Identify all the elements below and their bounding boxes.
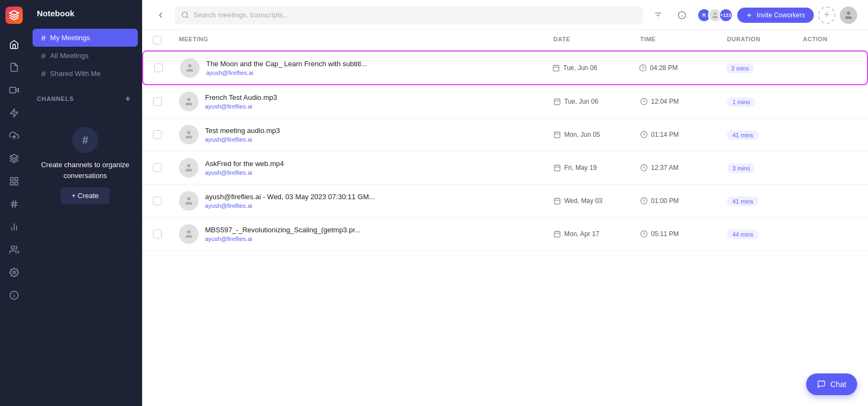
meeting-time-6: 05:11 PM: [640, 230, 727, 238]
svg-rect-8: [10, 182, 13, 185]
svg-point-45: [187, 131, 190, 134]
row-checkbox-4[interactable]: [153, 163, 162, 172]
person-icon: [184, 97, 194, 106]
select-all-checkbox[interactable]: [153, 36, 162, 45]
row-checkbox-5[interactable]: [153, 196, 162, 205]
sidebar-item-label-all-meetings: All Meetings: [50, 52, 88, 60]
nav-hash-icon[interactable]: [4, 194, 24, 214]
meeting-info-2: French Test Audio.mp3 ayush@fireflies.ai: [205, 93, 277, 110]
svg-rect-34: [553, 65, 559, 71]
person-icon: [184, 196, 194, 206]
meeting-avatar-6: [179, 224, 199, 244]
svg-line-11: [12, 200, 14, 208]
svg-rect-5: [10, 177, 13, 180]
clock-icon: [640, 197, 648, 205]
table-row[interactable]: AskFred for the web.mp4 ayush@fireflies.…: [142, 151, 868, 185]
channels-placeholder-text: Create channels to organize conversation…: [37, 160, 133, 181]
create-channel-button[interactable]: + Create: [61, 187, 110, 204]
app-logo[interactable]: [5, 7, 23, 24]
avatar-count: +123: [719, 8, 733, 22]
nav-info-icon[interactable]: [4, 286, 24, 305]
svg-point-16: [11, 246, 15, 249]
meeting-title-3: Test meeting audio.mp3: [205, 126, 280, 135]
svg-marker-0: [16, 88, 18, 92]
table-body: The Moon and the Cap_ Learn French with …: [142, 50, 868, 251]
chat-bubble[interactable]: Chat: [806, 373, 857, 395]
search-input[interactable]: [194, 11, 636, 19]
col-date: DATE: [553, 36, 640, 45]
table-row[interactable]: French Test Audio.mp3 ayush@fireflies.ai…: [142, 85, 868, 118]
meeting-email-3: ayush@fireflies.ai: [205, 136, 280, 143]
row-checkbox-6[interactable]: [153, 230, 162, 238]
row-checkbox-3[interactable]: [153, 130, 162, 139]
calendar-icon: [552, 64, 560, 72]
nav-settings-icon[interactable]: [4, 263, 24, 282]
table-row[interactable]: The Moon and the Cap_ Learn French with …: [142, 50, 868, 85]
add-channel-button[interactable]: +: [123, 93, 133, 104]
sidebar-item-label-my-meetings: My Meetings: [50, 34, 90, 42]
svg-point-29: [713, 12, 716, 15]
meeting-content-6: MBS597_-_Revolutionizing_Scaling_(getmp3…: [179, 224, 553, 244]
svg-rect-52: [554, 165, 560, 171]
clock-icon: [640, 230, 648, 238]
svg-point-17: [13, 271, 16, 274]
table-header: MEETING DATE TIME DURATION ACTION: [142, 30, 868, 50]
channel-hash-icon: #: [72, 127, 98, 153]
nav-grid-icon[interactable]: [4, 172, 24, 191]
row-checkbox-2[interactable]: [153, 97, 162, 106]
nav-lightning-icon[interactable]: [4, 103, 24, 123]
table-row[interactable]: Test meeting audio.mp3 ayush@fireflies.a…: [142, 118, 868, 151]
channels-section: CHANNELS +: [28, 93, 142, 111]
sidebar-item-my-meetings[interactable]: # My Meetings: [33, 29, 138, 47]
meeting-info-5: ayush@fireflies.ai - Wed, 03 May 2023 07…: [205, 193, 375, 209]
row-checkbox-cell: [153, 230, 179, 238]
nav-home-icon[interactable]: [4, 35, 24, 54]
search-bar: [175, 6, 643, 24]
add-button[interactable]: +: [818, 7, 835, 24]
invite-coworkers-button[interactable]: Invite Coworkers: [737, 8, 814, 23]
filter-icon-button[interactable]: [649, 7, 667, 24]
clock-icon: [639, 64, 647, 72]
meeting-email-1: ayush@fireflies.ai: [206, 69, 367, 76]
svg-point-63: [187, 230, 190, 233]
meetings-table: MEETING DATE TIME DURATION ACTION The Mo…: [142, 30, 868, 406]
svg-rect-46: [554, 132, 560, 138]
nav-users-icon[interactable]: [4, 240, 24, 259]
row-checkbox-1[interactable]: [154, 64, 163, 72]
user-avatar-topbar[interactable]: [840, 7, 857, 24]
meeting-content-2: French Test Audio.mp3 ayush@fireflies.ai: [179, 92, 553, 111]
meeting-date-5: Wed, May 03: [553, 197, 640, 205]
meeting-content-5: ayush@fireflies.ai - Wed, 03 May 2023 07…: [179, 191, 553, 211]
svg-rect-64: [554, 231, 560, 237]
info-icon-button[interactable]: [673, 7, 691, 24]
hash-icon-shared: #: [41, 69, 46, 78]
col-duration: DURATION: [727, 36, 803, 45]
meeting-info-4: AskFred for the web.mp4 ayush@fireflies.…: [205, 160, 284, 176]
svg-marker-4: [10, 155, 18, 159]
nav-video-icon[interactable]: [4, 80, 24, 100]
meeting-date-2: Tue, Jun 06: [553, 98, 640, 105]
svg-rect-40: [554, 99, 560, 105]
avatar-stack: R +123: [697, 8, 733, 22]
channels-section-header: CHANNELS +: [37, 93, 133, 104]
nav-bar-chart-icon[interactable]: [4, 217, 24, 237]
meeting-time-2: 12:04 PM: [640, 98, 727, 105]
meeting-info-6: MBS597_-_Revolutionizing_Scaling_(getmp3…: [205, 226, 361, 242]
back-button[interactable]: [153, 8, 168, 23]
svg-rect-58: [554, 198, 560, 204]
main-content: R +123 Invite Coworkers + MEETING DATE: [142, 0, 868, 406]
icon-rail: [0, 0, 28, 406]
meeting-title-4: AskFred for the web.mp4: [205, 160, 284, 168]
table-row[interactable]: ayush@fireflies.ai - Wed, 03 May 2023 07…: [142, 185, 868, 218]
chat-label: Chat: [830, 380, 846, 389]
svg-point-21: [182, 12, 188, 17]
calendar-icon: [553, 131, 561, 138]
svg-rect-7: [15, 182, 18, 185]
nav-layers-icon[interactable]: [4, 149, 24, 168]
table-row[interactable]: MBS597_-_Revolutionizing_Scaling_(getmp3…: [142, 218, 868, 251]
nav-upload-icon[interactable]: [4, 126, 24, 145]
sidebar-item-all-meetings[interactable]: # All Meetings: [33, 47, 138, 65]
sidebar-item-shared-with-me[interactable]: # Shared With Me: [33, 65, 138, 83]
nav-document-icon[interactable]: [4, 58, 24, 77]
meeting-content-3: Test meeting audio.mp3 ayush@fireflies.a…: [179, 125, 553, 144]
